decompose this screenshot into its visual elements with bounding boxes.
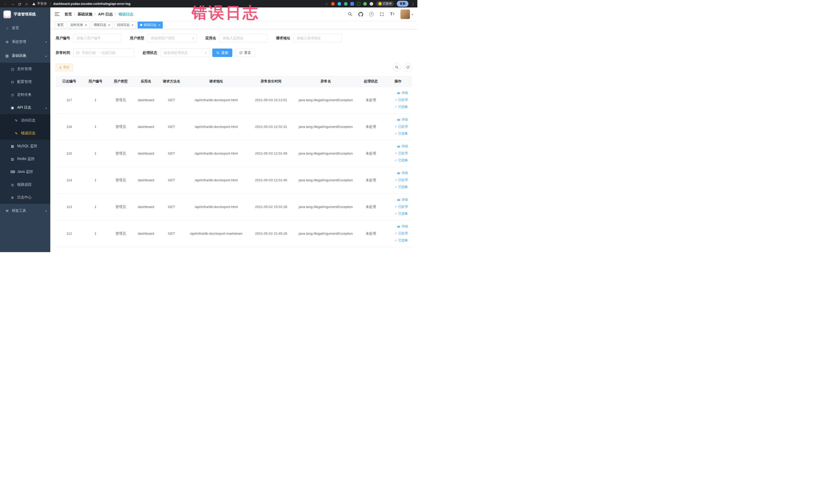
paused-badge[interactable]: 已暂停 xyxy=(376,1,394,6)
eye-icon xyxy=(397,198,401,202)
sidebar-item-logcenter[interactable]: ≣日志中心 xyxy=(0,191,50,204)
sidebar-item-file[interactable]: ◳文件管理 xyxy=(0,63,50,76)
processed-link[interactable]: 已处理 xyxy=(386,177,408,184)
cell-id: 113 xyxy=(56,194,83,220)
reset-button[interactable]: 重置 xyxy=(235,48,255,57)
sidebar-item-config[interactable]: ⊡配置管理 xyxy=(0,76,50,88)
font-size-icon[interactable] xyxy=(390,12,394,17)
gear-icon: ⚙ xyxy=(5,40,9,44)
extension-icon[interactable] xyxy=(357,2,360,6)
extension-icon[interactable] xyxy=(350,2,354,6)
ignored-link[interactable]: 已忽略 xyxy=(386,184,408,190)
search-button[interactable]: 搜索 xyxy=(212,48,232,57)
ignored-link[interactable]: 已忽略 xyxy=(386,237,408,244)
sidebar-item-home[interactable]: ⌂首页 xyxy=(0,21,50,35)
tab[interactable]: 调度日志 xyxy=(91,22,113,28)
extension-icon[interactable] xyxy=(363,2,367,6)
sidebar-item-label: Redis 监控 xyxy=(17,157,35,161)
user-type-select[interactable]: 请选择用户类型 xyxy=(147,34,197,42)
column-header: 用户编号 xyxy=(83,76,108,87)
logo[interactable]: 芋道管理系统 xyxy=(0,7,50,21)
reload-icon[interactable] xyxy=(16,0,23,7)
detail-link[interactable]: 详细 xyxy=(386,170,408,177)
ignored-link[interactable]: 已忽略 xyxy=(386,130,408,137)
close-icon[interactable] xyxy=(131,23,134,27)
exception-time-range-picker[interactable]: 开始日期 - 结束日期 xyxy=(73,48,134,57)
sidebar-item-java[interactable]: ⌨Java 监控 xyxy=(0,165,50,178)
sidebar-item-redis[interactable]: ▥Redis 监控 xyxy=(0,153,50,165)
user-menu[interactable] xyxy=(401,9,413,19)
extension-icon[interactable] xyxy=(370,2,373,6)
extension-icon[interactable] xyxy=(331,2,335,6)
url-text[interactable]: dashboard.yudao.iocoder.cn/infra/log/api… xyxy=(54,2,131,6)
extension-icon[interactable] xyxy=(344,2,348,6)
tab[interactable]: 首页 xyxy=(55,22,66,28)
cell-app: dashboard xyxy=(134,87,159,114)
app-name-input[interactable] xyxy=(219,34,267,42)
ignored-link[interactable]: 已忽略 xyxy=(386,103,408,110)
browser-home-icon[interactable] xyxy=(23,0,30,7)
detail-link[interactable]: 详细 xyxy=(386,116,408,123)
cell-status: 未处理 xyxy=(358,87,384,114)
close-icon[interactable] xyxy=(85,23,87,27)
filter-exception-time: 异常时间 开始日期 - 结束日期 xyxy=(56,48,134,57)
sidebar-item-gear[interactable]: ⚙系统管理▾ xyxy=(0,35,50,49)
detail-link[interactable]: 详细 xyxy=(386,143,408,150)
close-icon[interactable] xyxy=(158,23,160,27)
user-id-input[interactable] xyxy=(73,34,121,42)
sidebar-item-mysql[interactable]: ▦MySQL 监控 xyxy=(0,140,50,153)
cell-user_id: 1 xyxy=(83,194,108,220)
process-status-select[interactable]: 请选择处理状态 xyxy=(160,48,210,57)
logcenter-icon: ≣ xyxy=(10,196,15,200)
update-button[interactable]: 更新 xyxy=(397,1,408,7)
tab[interactable]: 错误日志 xyxy=(138,22,163,28)
detail-link[interactable]: 详细 xyxy=(386,223,408,230)
extension-icon[interactable] xyxy=(338,2,341,6)
bookmark-star-icon[interactable] xyxy=(325,2,328,6)
help-icon[interactable] xyxy=(369,12,374,16)
tab[interactable]: 访问日志 xyxy=(114,22,136,28)
browser-menu-icon[interactable] xyxy=(411,2,415,6)
chevron-up-icon: ▴ xyxy=(45,106,47,109)
processed-link[interactable]: 已处理 xyxy=(386,150,408,157)
detail-link[interactable]: 详细 xyxy=(386,89,408,97)
toggle-search-button[interactable] xyxy=(393,63,401,72)
sidebar-item-label: 配置管理 xyxy=(17,80,32,84)
forward-icon[interactable] xyxy=(9,0,16,7)
sidebar-item-trace[interactable]: ◎链路追踪 xyxy=(0,178,50,191)
request-url-input[interactable] xyxy=(293,34,342,42)
cell-user_type: 管理员 xyxy=(108,114,134,140)
breadcrumb-item[interactable]: API 日志 xyxy=(98,12,113,17)
sidebar-item-infra[interactable]: ▤基础设施▴ xyxy=(0,49,50,63)
github-icon[interactable] xyxy=(358,12,363,17)
refresh-table-button[interactable] xyxy=(404,63,412,72)
sidebar-item-tools[interactable]: ⚒研发工具▾ xyxy=(0,204,50,218)
breadcrumb-item[interactable]: 基础设施 xyxy=(78,12,93,17)
tab[interactable]: 定时任务 xyxy=(68,22,89,28)
processed-link[interactable]: 已处理 xyxy=(386,123,408,130)
export-button[interactable]: 导出 xyxy=(56,64,73,71)
search-icon[interactable] xyxy=(348,12,352,16)
breadcrumb-item[interactable]: 首页 xyxy=(64,12,72,17)
processed-link[interactable]: 已处理 xyxy=(386,203,408,210)
sidebar-item-doc[interactable]: ✎错误日志 xyxy=(0,127,50,140)
close-icon[interactable] xyxy=(108,23,110,27)
filter-request-url: 请求地址 xyxy=(276,34,342,42)
back-icon[interactable] xyxy=(3,0,9,7)
fullscreen-icon[interactable] xyxy=(380,12,384,16)
search-button-label: 搜索 xyxy=(221,51,228,55)
detail-link[interactable]: 详细 xyxy=(386,196,408,203)
filter-row-1: 用户编号 用户类型 请选择用户类型 应用名 xyxy=(56,34,412,42)
ignored-link[interactable]: 已忽略 xyxy=(386,210,408,217)
sidebar-item-doc[interactable]: ✎访问日志 xyxy=(0,114,50,127)
table-row: 1171管理员dashboardGET/api/infra/db-doc/exp… xyxy=(56,87,412,114)
sidebar-item-api[interactable]: ▣API 日志▴ xyxy=(0,101,50,114)
column-header: 操作 xyxy=(384,76,412,87)
address-bar[interactable]: 不安全 dashboard.yudao.iocoder.cn/infra/log… xyxy=(32,2,130,6)
processed-link[interactable]: 已处理 xyxy=(386,230,408,237)
cell-method: GET xyxy=(159,114,184,140)
ignored-link[interactable]: 已忽略 xyxy=(386,157,408,164)
hamburger-icon[interactable] xyxy=(55,12,60,16)
sidebar-item-timer[interactable]: ◷定时任务 xyxy=(0,88,50,101)
processed-link[interactable]: 已处理 xyxy=(386,97,408,103)
